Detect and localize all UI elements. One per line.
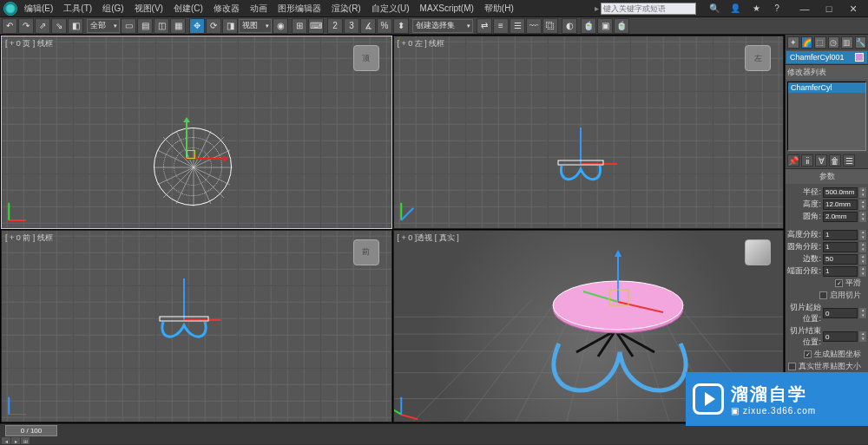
search-input[interactable] [601,3,696,15]
snap2d-button[interactable]: 2 [327,18,343,34]
viewcube-persp-icon[interactable] [745,239,771,265]
refcoord-dropdown[interactable]: 视图 [239,19,272,33]
undo-button[interactable]: ↶ [2,18,17,34]
object-color-swatch[interactable] [855,53,864,62]
rotate-button[interactable]: ⟳ [206,18,221,34]
spinnersnap-button[interactable]: ⬍ [393,18,409,34]
layer-button[interactable]: ☰ [510,18,525,34]
sides-spinner[interactable]: 50 [823,254,858,265]
timeline-prev-icon[interactable]: ◂ [2,437,10,444]
mirror-button[interactable]: ⇄ [477,18,492,34]
schematic-button[interactable]: ⿻ [542,18,558,34]
menu-rendering[interactable]: 渲染(R) [328,3,365,15]
spinner-buttons[interactable]: ▴▾ [859,254,866,265]
tab-modify-icon[interactable]: 🌈 [801,36,813,49]
sliceto-spinner[interactable]: 0 [823,331,858,342]
spinner-buttons[interactable]: ▴▾ [859,266,866,277]
unlink-button[interactable]: ⇘ [51,18,67,34]
spinner-buttons[interactable]: ▴▾ [859,308,866,318]
radius-spinner[interactable]: 500.0mm [823,187,858,198]
menu-maxscript[interactable]: MAXScript(M) [417,3,477,13]
timeline-next-icon[interactable]: ▸ [11,437,20,444]
spinner-buttons[interactable]: ▴▾ [859,187,866,198]
selection-filter-dropdown[interactable]: 全部 [87,19,120,33]
track-bar[interactable]: ◂ ▸ ⊞ [0,439,868,444]
bind-button[interactable]: ◧ [68,18,83,34]
viewcube-front-icon[interactable]: 前 [353,239,379,265]
spinner-buttons[interactable]: ▴▾ [859,331,866,342]
rendered-frame-button[interactable]: ▣ [597,18,613,34]
close-button[interactable]: × [842,2,865,16]
genmap-checkbox[interactable]: ✓生成贴图坐标 [787,349,866,360]
sliceon-checkbox[interactable]: 启用切片 [787,290,866,301]
spinner-buttons[interactable]: ▴▾ [859,230,866,240]
height-spinner[interactable]: 12.0mm [823,200,858,210]
viewport-top[interactable]: [ + 0 页 ] 线框 顶 [1,36,392,229]
redo-button[interactable]: ↷ [18,18,34,34]
menu-customize[interactable]: 自定义(U) [368,3,413,15]
snap3d-button[interactable]: 3 [344,18,359,34]
fillet-spinner[interactable]: 2.0mm [823,212,858,222]
timeline-expand-icon[interactable]: ⊞ [21,437,30,444]
scale-button[interactable]: ◨ [222,18,238,34]
manipulate-button[interactable]: ⊞ [292,18,307,34]
spinner-buttons[interactable]: ▴▾ [859,242,866,252]
help-icon[interactable]: ? [771,3,783,13]
smooth-checkbox[interactable]: ✓平滑 [787,278,866,289]
menu-tools[interactable]: 工具(T) [60,3,95,15]
menu-animation[interactable]: 动画 [247,3,271,15]
viewcube-top-icon[interactable]: 顶 [353,45,379,71]
select-button[interactable]: ▭ [121,18,136,34]
render-button[interactable]: 🍵 [614,18,629,34]
hseg-spinner[interactable]: 1 [823,230,858,240]
tab-create-icon[interactable]: ✦ [787,36,799,49]
object-name-field[interactable]: ChamferCyl001 [786,50,868,64]
viewport-front[interactable]: [ + 0 前 ] 线框 前 [1,230,392,423]
menu-create[interactable]: 创建(C) [170,3,207,15]
keymode-button[interactable]: ⌨ [308,18,324,34]
spinner-buttons[interactable]: ▴▾ [859,200,866,210]
maximize-button[interactable]: □ [818,2,840,16]
link-button[interactable]: ⇗ [35,18,50,34]
menu-group[interactable]: 组(G) [99,3,127,15]
curve-editor-button[interactable]: 〰 [526,18,542,34]
render-setup-button[interactable]: 🍵 [581,18,596,34]
menu-grapheditors[interactable]: 图形编辑器 [274,3,325,15]
viewport-side[interactable]: [ + 0 左 ] 线框 左 [393,36,785,229]
slicefrom-spinner[interactable]: 0 [823,308,858,318]
tab-display-icon[interactable]: ▥ [841,36,853,49]
stack-config-icon[interactable]: ☰ [843,154,855,167]
menu-views[interactable]: 视图(V) [131,3,167,15]
named-selection-dropdown[interactable]: 创建选择集 [412,19,473,33]
tab-hierarchy-icon[interactable]: ⬚ [814,36,826,49]
window-crossing-button[interactable]: ▦ [170,18,186,34]
select-name-button[interactable]: ▤ [137,18,153,34]
menu-edit[interactable]: 编辑(E) [21,3,56,15]
info-icon[interactable]: 🔍 [708,3,720,13]
signin-icon[interactable]: 👤 [729,3,741,13]
stack-pin-icon[interactable]: 📌 [787,154,799,167]
anglesnap-button[interactable]: ∡ [360,18,376,34]
cseg-spinner[interactable]: 1 [823,266,858,277]
minimize-button[interactable]: — [793,2,816,16]
menu-modifiers[interactable]: 修改器 [210,3,243,15]
stack-unique-icon[interactable]: ∀ [815,154,827,167]
time-slider-thumb[interactable]: 0 / 100 [5,425,57,436]
realworld-checkbox[interactable]: 真实世界贴图大小 [787,361,866,372]
viewcube-side-icon[interactable]: 左 [745,45,771,71]
tab-motion-icon[interactable]: ◷ [828,36,840,49]
modifier-stack-item[interactable]: ChamferCyl [788,82,865,93]
spinner-buttons[interactable]: ▴▾ [859,212,866,222]
pivot-button[interactable]: ◉ [273,18,288,34]
select-region-button[interactable]: ◫ [154,18,169,34]
tab-utilities-icon[interactable]: 🔧 [855,36,867,49]
stack-show-icon[interactable]: ⅱ [801,154,813,167]
stack-remove-icon[interactable]: 🗑 [829,154,841,167]
move-gizmo-icon[interactable] [186,158,224,160]
align-button[interactable]: ≡ [493,18,509,34]
move-button[interactable]: ✥ [189,18,205,34]
menu-help[interactable]: 帮助(H) [481,3,517,15]
modifier-stack[interactable]: ChamferCyl [787,82,866,151]
fseg-spinner[interactable]: 1 [823,242,858,252]
params-rollout-header[interactable]: 参数 [786,168,868,184]
